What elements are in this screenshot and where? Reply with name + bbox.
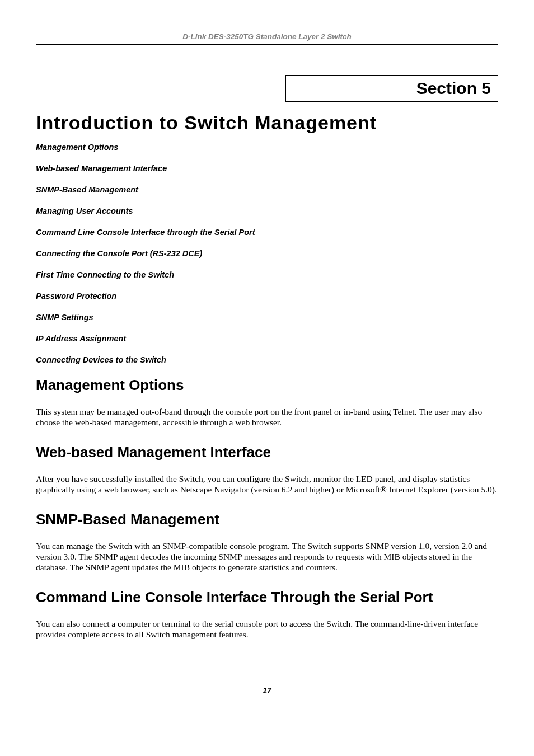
toc-item: Command Line Console Interface through t… (36, 228, 498, 237)
toc-item: Connecting the Console Port (RS-232 DCE) (36, 249, 498, 258)
body-paragraph: You can manage the Switch with an SNMP-c… (36, 541, 498, 573)
section-number-box: Section 5 (285, 75, 498, 102)
toc-item: IP Address Assignment (36, 334, 498, 343)
document-header: D-Link DES-3250TG Standalone Layer 2 Swi… (36, 32, 498, 45)
section-heading: Management Options (36, 377, 498, 394)
content-section: Web-based Management Interface After you… (36, 444, 498, 495)
footer-rule: 17 (36, 679, 498, 695)
body-paragraph: You can also connect a computer or termi… (36, 618, 498, 640)
section-box-wrap: Section 5 (36, 75, 498, 102)
page-number: 17 (36, 686, 498, 695)
section-heading: Command Line Console Interface Through t… (36, 589, 498, 606)
content-section: Management Options This system may be ma… (36, 377, 498, 428)
toc-item: First Time Connecting to the Switch (36, 270, 498, 279)
toc-item: SNMP-Based Management (36, 185, 498, 194)
toc-item: Web-based Management Interface (36, 164, 498, 173)
section-heading: Web-based Management Interface (36, 444, 498, 461)
toc-item: Managing User Accounts (36, 206, 498, 215)
page-title: Introduction to Switch Management (36, 112, 498, 134)
content-section: SNMP-Based Management You can manage the… (36, 511, 498, 573)
toc-item: SNMP Settings (36, 313, 498, 322)
toc-item: Connecting Devices to the Switch (36, 355, 498, 364)
body-paragraph: After you have successfully installed th… (36, 473, 498, 495)
toc-item: Management Options (36, 143, 498, 152)
content-section: Command Line Console Interface Through t… (36, 589, 498, 640)
section-heading: SNMP-Based Management (36, 511, 498, 528)
toc-item: Password Protection (36, 292, 498, 300)
body-paragraph: This system may be managed out-of-band t… (36, 406, 498, 428)
